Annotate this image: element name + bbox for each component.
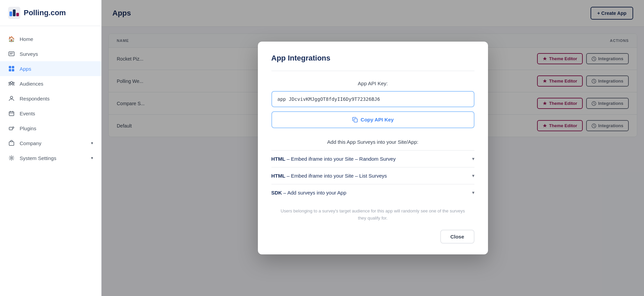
svg-rect-15 (9, 112, 14, 116)
sidebar-item-events[interactable]: Events (0, 106, 101, 121)
accordion-html-random-label: HTML – Embed iframe into your Site – Ran… (271, 156, 396, 162)
accordion-html-list[interactable]: HTML – Embed iframe into your Site – Lis… (271, 167, 474, 184)
sidebar-item-system-settings[interactable]: System Settings ▾ (0, 151, 101, 165)
sidebar: Polling.com 🏠 Home Surveys Apps Audience… (0, 0, 102, 296)
sidebar-item-respondents[interactable]: Respondents (0, 91, 101, 106)
company-chevron-icon: ▾ (91, 141, 93, 145)
accordion-sdk[interactable]: SDK – Add surveys into your App ▾ (271, 184, 474, 201)
accordion-html-random[interactable]: HTML – Embed iframe into your Site – Ran… (271, 150, 474, 167)
respondents-icon (8, 95, 15, 102)
copy-api-key-button[interactable]: Copy API Key (271, 111, 474, 128)
modal-title: App Integrations (271, 54, 474, 63)
copy-api-key-label: Copy API Key (361, 117, 394, 122)
modal-divider (271, 71, 474, 71)
apps-icon (8, 65, 15, 72)
svg-point-21 (11, 157, 13, 159)
modal-close-area: Close (271, 230, 474, 244)
modal-footer-note: Users belonging to a survey's target aud… (271, 208, 474, 222)
svg-rect-3 (16, 13, 19, 16)
accordion-sdk-label: SDK – Add surveys into your App (271, 190, 347, 196)
svg-rect-4 (9, 52, 14, 56)
svg-rect-2 (13, 9, 16, 16)
sidebar-item-apps-label: Apps (20, 66, 31, 72)
plugins-icon (8, 125, 15, 132)
system-settings-chevron-icon: ▾ (91, 156, 93, 160)
sidebar-item-respondents-label: Respondents (20, 96, 49, 101)
sidebar-item-system-settings-label: System Settings (20, 155, 56, 161)
sidebar-item-plugins[interactable]: Plugins (0, 121, 101, 136)
logo-icon (8, 7, 20, 19)
main-content: Apps + Create App NAME ACTIONS Rocket Pi… (102, 0, 644, 296)
sidebar-item-surveys-label: Surveys (20, 51, 38, 57)
logo-text: Polling.com (24, 8, 66, 17)
logo-area: Polling.com (0, 0, 101, 26)
section-label: Add this App Surveys into your Site/App: (271, 139, 474, 145)
api-key-label: App API Key: (271, 81, 474, 86)
close-button[interactable]: Close (440, 230, 474, 244)
system-settings-icon (8, 155, 15, 161)
svg-point-13 (13, 82, 14, 84)
svg-rect-19 (9, 127, 13, 130)
sidebar-item-home-label: Home (20, 36, 33, 42)
svg-point-11 (10, 82, 13, 84)
svg-rect-20 (9, 142, 14, 145)
sidebar-nav: 🏠 Home Surveys Apps Audiences Respond (0, 26, 101, 296)
sidebar-item-company-label: Company (20, 140, 41, 146)
accordion-html-list-label: HTML – Embed iframe into your Site – Lis… (271, 173, 387, 179)
app-integrations-modal: App Integrations App API Key: Copy API K… (258, 42, 488, 255)
accordion-chevron-icon: ▾ (472, 190, 474, 195)
home-icon: 🏠 (8, 36, 15, 42)
sidebar-item-company[interactable]: Company ▾ (0, 136, 101, 151)
sidebar-item-home[interactable]: 🏠 Home (0, 31, 101, 46)
surveys-icon (8, 50, 15, 57)
accordion-chevron-icon: ▾ (472, 156, 474, 161)
svg-point-12 (9, 82, 10, 84)
svg-rect-7 (9, 66, 11, 68)
events-icon (8, 110, 15, 117)
svg-rect-9 (9, 69, 11, 71)
modal-overlay[interactable]: App Integrations App API Key: Copy API K… (102, 0, 644, 296)
sidebar-item-plugins-label: Plugins (20, 126, 36, 131)
api-key-input[interactable] (271, 91, 474, 107)
copy-icon (352, 117, 358, 123)
sidebar-item-audiences-label: Audiences (20, 81, 43, 87)
svg-rect-1 (9, 12, 12, 16)
accordion-chevron-icon: ▾ (472, 173, 474, 178)
sidebar-item-surveys[interactable]: Surveys (0, 46, 101, 61)
audiences-icon (8, 80, 15, 87)
svg-rect-8 (12, 66, 14, 68)
company-icon (8, 140, 15, 146)
svg-point-14 (10, 96, 13, 99)
sidebar-item-audiences[interactable]: Audiences (0, 76, 101, 91)
sidebar-item-apps[interactable]: Apps (0, 61, 101, 76)
svg-rect-26 (354, 119, 357, 122)
svg-rect-10 (12, 69, 14, 71)
sidebar-item-events-label: Events (20, 111, 35, 116)
